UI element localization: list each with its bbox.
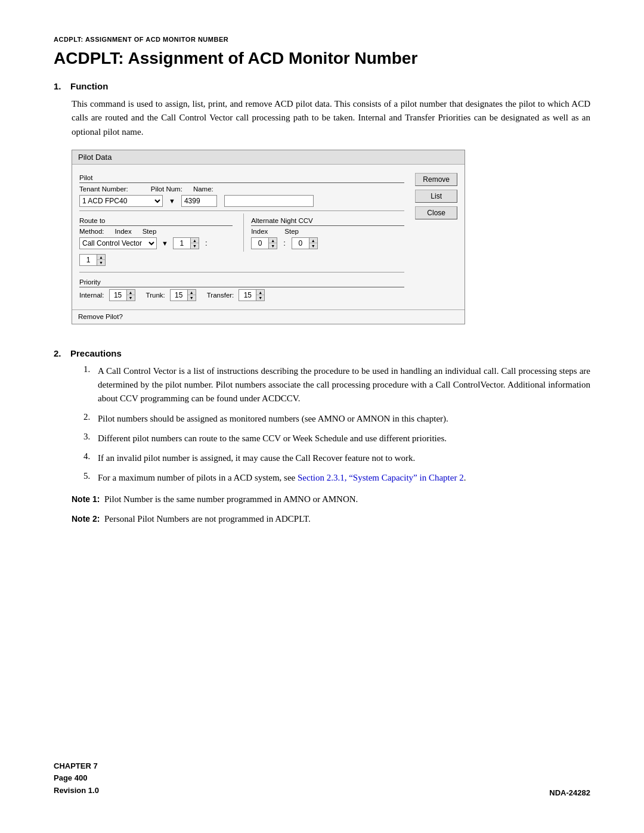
alt-index-spinner[interactable]: ▲ ▼ [251,237,277,249]
section-precautions: 2. Precautions 1. A Call Control Vector … [54,348,590,532]
alt-index-up[interactable]: ▲ [269,238,277,244]
list-item: 3. Different pilot numbers can route to … [83,432,590,445]
pilot-num-input[interactable] [181,195,217,207]
list-item: 2. Pilot numbers should be assigned as m… [83,412,590,426]
index-label: Index [115,228,132,235]
method-select[interactable]: Call Control Vector [79,237,157,249]
precaution-text-2: Pilot numbers should be assigned as moni… [98,412,448,426]
page-label: Page 400 [54,772,99,785]
internal-label: Internal: [79,292,104,299]
pilot-section-label: Pilot [79,174,404,181]
section1-num: 1. [54,81,70,97]
route-step-spinner[interactable]: ▲ ▼ [79,254,106,266]
footer-left: CHAPTER 7 Page 400 Revision 1.0 [54,760,99,797]
route-index-input[interactable] [173,237,191,249]
note-2: Note 2: Personal Pilot Numbers are not p… [72,512,590,526]
route-step-up[interactable]: ▲ [97,255,105,261]
method-label: Method: [79,228,104,235]
name-label: Name: [193,185,213,193]
name-input[interactable] [224,195,314,207]
list-button[interactable]: List [415,190,457,203]
dialog-titlebar: Pilot Data [72,150,465,165]
list-item: 1. A Call Control Vector is a list of in… [83,364,590,406]
alt-index-label: Index [251,228,268,235]
section-function: 1. Function This command is used to assi… [54,81,590,337]
section2-num: 2. [54,348,70,364]
alt-night-label: Alternate Night CCV [251,217,404,224]
precaution-text-1: A Call Control Vector is a list of instr… [98,364,590,406]
revision-label: Revision 1.0 [54,785,99,797]
internal-input[interactable] [109,289,127,301]
section1-heading: Function [70,81,108,91]
close-button[interactable]: Close [415,206,457,219]
precaution-num-4: 4. [83,451,98,462]
pilot-data-dialog: Pilot Data Pilot Tenant Number: Pilot Nu… [72,150,465,324]
note2-label: Note 2: [72,514,100,524]
precaution-text-5: For a maximum number of pilots in a ACD … [98,471,466,485]
trunk-input[interactable] [170,289,188,301]
footer-right: NDA-24282 [549,788,590,797]
list-item: 5. For a maximum number of pilots in a A… [83,471,590,485]
transfer-input[interactable] [239,289,256,301]
route-index-up[interactable]: ▲ [191,238,199,244]
trunk-label: Trunk: [146,292,165,299]
note2-text: Personal Pilot Numbers are not programme… [104,514,311,524]
transfer-up[interactable]: ▲ [256,290,264,296]
remove-pilot-label: Remove Pilot? [72,309,465,324]
footer: CHAPTER 7 Page 400 Revision 1.0 NDA-2428… [54,742,590,797]
transfer-spinner[interactable]: ▲ ▼ [239,289,265,301]
section-link[interactable]: Section 2.3.1, “System Capacity” in Chap… [298,473,464,482]
precaution-num-2: 2. [83,412,98,422]
precaution-num-3: 3. [83,432,98,442]
internal-up[interactable]: ▲ [127,290,135,296]
alt-step-spinner[interactable]: ▲ ▼ [292,237,318,249]
transfer-label: Transfer: [207,292,234,299]
trunk-down[interactable]: ▼ [188,295,196,301]
alt-colon: : [283,239,286,247]
internal-down[interactable]: ▼ [127,295,135,301]
precaution-5-after: . [464,473,466,482]
precaution-list: 1. A Call Control Vector is a list of in… [83,364,590,485]
transfer-down[interactable]: ▼ [256,295,264,301]
route-step-down[interactable]: ▼ [97,260,105,265]
precaution-5-before: For a maximum number of pilots in a ACD … [98,473,298,482]
page-title: ACDPLT: Assignment of ACD Monitor Number [54,49,590,68]
note1-text: Pilot Number is the same number programm… [104,494,358,504]
alt-step-down[interactable]: ▼ [309,243,317,249]
dialog-buttons: Remove List Close [415,171,457,304]
remove-button[interactable]: Remove [415,173,457,186]
pilot-num-label: Pilot Num: [151,185,182,193]
top-header: ACDPLT: ASSIGNMENT OF ACD MONITOR NUMBER [54,36,590,43]
trunk-up[interactable]: ▲ [188,290,196,296]
precaution-text-4: If an invalid pilot number is assigned, … [98,451,415,465]
precaution-num-5: 5. [83,471,98,481]
route-colon: : [205,239,208,247]
alt-step-up[interactable]: ▲ [309,238,317,244]
priority-label: Priority [79,278,404,286]
section2-heading: Precautions [70,348,122,358]
alt-step-label: Step [284,228,299,235]
alt-step-input[interactable] [292,237,309,249]
list-item: 4. If an invalid pilot number is assigne… [83,451,590,465]
route-step-input[interactable] [79,254,97,266]
step-label: Step [143,228,157,235]
tenant-label: Tenant Number: [79,185,128,193]
route-label: Route to [79,217,233,224]
precaution-text-3: Different pilot numbers can route to the… [98,432,447,445]
chapter-label: CHAPTER 7 [54,760,99,773]
alt-index-down[interactable]: ▼ [269,243,277,249]
internal-spinner[interactable]: ▲ ▼ [109,289,135,301]
trunk-spinner[interactable]: ▲ ▼ [170,289,196,301]
note1-label: Note 1: [72,494,100,504]
section1-body: This command is used to assign, list, pr… [72,97,590,139]
tenant-select[interactable]: 1 ACD FPC40 [79,195,163,207]
route-index-down[interactable]: ▼ [191,243,199,249]
route-index-spinner[interactable]: ▲ ▼ [173,237,199,249]
alt-index-input[interactable] [251,237,269,249]
precaution-num-1: 1. [83,364,98,374]
note-1: Note 1: Pilot Number is the same number … [72,493,590,506]
